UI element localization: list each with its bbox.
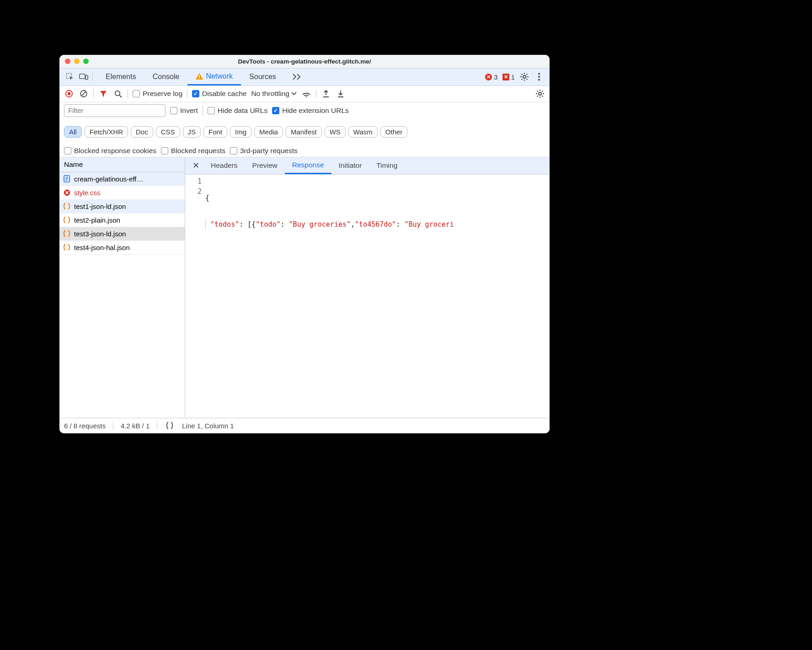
- line-number: 1: [185, 176, 202, 186]
- close-window-button[interactable]: [65, 59, 70, 64]
- svg-line-22: [119, 95, 122, 97]
- invert-checkbox[interactable]: Invert: [170, 107, 198, 115]
- type-filter-doc[interactable]: Doc: [131, 126, 153, 138]
- disable-cache-checkbox[interactable]: Disable cache: [192, 90, 246, 98]
- status-bar: 6 / 8 requests 4.2 kB / 1 Line 1, Column…: [59, 418, 550, 433]
- checkbox-label: 3rd-party requests: [240, 147, 298, 155]
- divider: [157, 421, 157, 430]
- status-transfer: 4.2 kB / 1: [121, 422, 150, 430]
- checkbox-label: Preserve log: [143, 90, 182, 98]
- errors-counter[interactable]: ✕ 3: [485, 73, 497, 81]
- network-settings-icon[interactable]: [535, 89, 545, 99]
- tab-label: Response: [292, 161, 324, 169]
- type-filter-ws[interactable]: WS: [325, 126, 346, 138]
- maximize-window-button[interactable]: [83, 59, 89, 64]
- request-row[interactable]: test3-json-ld.json: [59, 227, 185, 241]
- blocked-requests-checkbox[interactable]: Blocked requests: [161, 147, 225, 155]
- checkbox-icon: [161, 147, 168, 155]
- third-party-requests-checkbox[interactable]: 3rd-party requests: [230, 147, 298, 155]
- issues-counter[interactable]: ✕ 1: [502, 73, 515, 81]
- type-filter-font[interactable]: Font: [203, 126, 227, 138]
- blocked-response-cookies-checkbox[interactable]: Blocked response cookies: [64, 147, 156, 155]
- checkbox-label: Blocked requests: [171, 147, 225, 155]
- requests-column-header[interactable]: Name: [59, 157, 185, 172]
- type-filter-wasm[interactable]: Wasm: [348, 126, 378, 138]
- type-filter-other[interactable]: Other: [380, 126, 408, 138]
- checkbox-label: Blocked response cookies: [74, 147, 156, 155]
- detail-tab-response[interactable]: Response: [285, 157, 331, 174]
- type-filter-manifest[interactable]: Manifest: [286, 126, 322, 138]
- checkbox-label: Invert: [180, 107, 198, 115]
- svg-rect-1: [80, 74, 85, 79]
- tab-sources[interactable]: Sources: [241, 69, 284, 85]
- tab-console[interactable]: Console: [144, 69, 188, 85]
- network-filter-bar: Invert Hide data URLs Hide extension URL…: [59, 102, 550, 157]
- svg-line-10: [522, 74, 523, 75]
- minimize-window-button[interactable]: [74, 59, 80, 64]
- filter-toggle-icon[interactable]: [98, 89, 108, 99]
- more-icon[interactable]: [534, 72, 544, 82]
- type-filter-img[interactable]: Img: [230, 126, 251, 138]
- code-token: "todos": [210, 220, 239, 229]
- filter-input[interactable]: [64, 104, 166, 117]
- svg-rect-3: [199, 75, 200, 77]
- request-row[interactable]: style.css: [59, 186, 185, 200]
- detail-tab-timing[interactable]: Timing: [369, 157, 405, 174]
- svg-line-13: [526, 74, 527, 75]
- throttling-label: No throttling: [251, 90, 289, 98]
- titlebar: DevTools - cream-gelatinous-effect.glitc…: [59, 55, 550, 69]
- type-filter-media[interactable]: Media: [254, 126, 283, 138]
- request-row[interactable]: test1-json-ld.json: [59, 200, 185, 213]
- request-name: test1-json-ld.json: [74, 202, 126, 210]
- checkbox-label: Hide data URLs: [218, 107, 267, 115]
- type-filter-all[interactable]: All: [64, 126, 82, 138]
- divider: [93, 89, 94, 98]
- divider: [203, 106, 203, 115]
- preserve-log-checkbox[interactable]: Preserve log: [133, 90, 182, 98]
- tab-label: Preview: [252, 161, 278, 170]
- code-content[interactable]: { "todos": [{"todo": "Buy groceries","to…: [205, 176, 550, 418]
- checkbox-icon: [208, 107, 215, 114]
- clear-button[interactable]: [79, 89, 89, 99]
- record-button[interactable]: [64, 89, 74, 99]
- divider: [316, 89, 316, 98]
- hide-data-urls-checkbox[interactable]: Hide data URLs: [208, 107, 267, 115]
- svg-rect-2: [85, 75, 88, 80]
- svg-line-31: [537, 91, 538, 92]
- code-token: : [{: [239, 220, 256, 229]
- type-filter-css[interactable]: CSS: [156, 126, 180, 138]
- search-icon[interactable]: [113, 89, 123, 99]
- request-row[interactable]: test4-json-hal.json: [59, 241, 185, 255]
- close-detail-button[interactable]: ✕: [188, 157, 203, 174]
- type-filter-js[interactable]: JS: [183, 126, 201, 138]
- tab-network[interactable]: Network: [187, 69, 241, 85]
- device-toolbar-icon[interactable]: [79, 72, 89, 82]
- tabs-overflow-button[interactable]: [284, 69, 310, 85]
- svg-rect-4: [199, 78, 200, 79]
- download-har-icon[interactable]: [336, 89, 346, 99]
- request-row[interactable]: cream-gelatinous-eff…: [59, 172, 185, 186]
- network-conditions-icon[interactable]: [301, 89, 311, 99]
- network-split-pane: Name cream-gelatinous-eff… style.css: [59, 157, 550, 418]
- code-token: :: [396, 220, 404, 229]
- detail-tab-initiator[interactable]: Initiator: [331, 157, 369, 174]
- upload-har-icon[interactable]: [321, 89, 331, 99]
- type-filter-fetch-xhr[interactable]: Fetch/XHR: [85, 126, 128, 138]
- svg-point-5: [523, 75, 526, 78]
- tab-elements[interactable]: Elements: [97, 69, 144, 85]
- request-row[interactable]: test2-plain.json: [59, 213, 185, 227]
- detail-tab-preview[interactable]: Preview: [245, 157, 285, 174]
- hide-extension-urls-checkbox[interactable]: Hide extension URLs: [272, 107, 349, 115]
- pretty-print-icon[interactable]: [165, 421, 175, 431]
- code-token: ,: [351, 220, 355, 229]
- detail-tab-headers[interactable]: Headers: [203, 157, 245, 174]
- throttling-select[interactable]: No throttling: [251, 90, 297, 98]
- error-icon: [63, 189, 70, 196]
- settings-icon[interactable]: [519, 72, 529, 82]
- inspect-icon[interactable]: [65, 72, 75, 82]
- svg-point-26: [539, 92, 541, 95]
- response-body[interactable]: 1 2 { "todos": [{"todo": "Buy groceries"…: [185, 175, 550, 418]
- svg-point-14: [538, 73, 540, 75]
- svg-line-34: [542, 91, 543, 92]
- window-title: DevTools - cream-gelatinous-effect.glitc…: [59, 58, 550, 65]
